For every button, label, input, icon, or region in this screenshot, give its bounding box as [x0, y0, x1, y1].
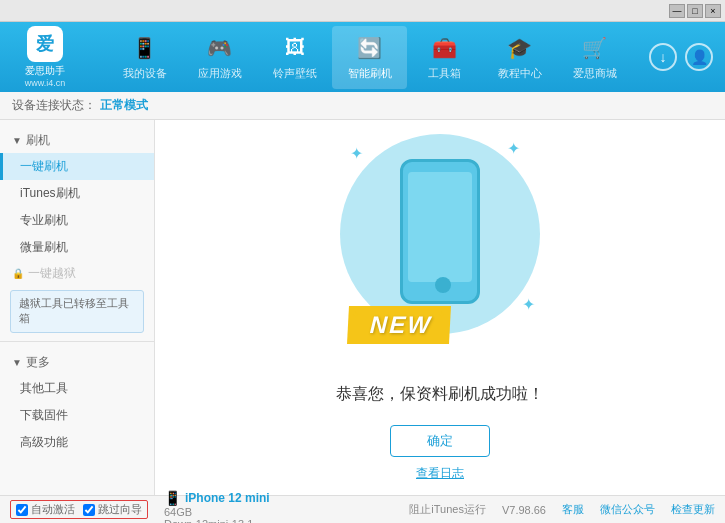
itunes-label: 阻止iTunes运行	[409, 502, 486, 517]
my-device-label: 我的设备	[123, 66, 167, 81]
sidebar-section-more: ▼ 更多 其他工具 下载固件 高级功能	[0, 341, 154, 456]
status-value: 正常模式	[100, 97, 148, 114]
auto-activate-checkbox[interactable]	[16, 504, 28, 516]
smart-flash-label: 智能刷机	[348, 66, 392, 81]
auto-activate-checkbox-area[interactable]: 自动激活	[16, 502, 75, 517]
more-arrow-icon: ▼	[12, 357, 22, 368]
tutorial-icon: 🎓	[506, 34, 534, 62]
skip-wizard-checkbox-area[interactable]: 跳过向导	[83, 502, 142, 517]
sidebar-item-pro-flash[interactable]: 专业刷机	[0, 207, 154, 234]
phone-button	[435, 277, 451, 293]
sidebar-section-jailbreak[interactable]: 🔒 一键越狱	[0, 261, 154, 286]
sidebar-item-other-tools[interactable]: 其他工具	[0, 375, 154, 402]
device-name: iPhone 12 mini	[185, 491, 270, 505]
sidebar-item-itunes-flash[interactable]: iTunes刷机	[0, 180, 154, 207]
skip-wizard-checkbox[interactable]	[83, 504, 95, 516]
shop-label: 爱思商城	[573, 66, 617, 81]
toolbox-icon: 🧰	[431, 34, 459, 62]
logo-text: 爱思助手	[25, 64, 65, 78]
sidebar-item-advanced[interactable]: 高级功能	[0, 429, 154, 456]
minimize-button[interactable]: —	[669, 4, 685, 18]
section-flash-label: 刷机	[26, 132, 50, 149]
bottom-right: 阻止iTunes运行 V7.98.66 客服 微信公众号 检查更新	[409, 502, 715, 517]
section-jailbreak-label: 一键越狱	[28, 265, 76, 282]
bottom-bar: 自动激活 跳过向导 📱 iPhone 12 mini 64GB Down-12m…	[0, 495, 725, 523]
nav-shop[interactable]: 🛒 爱思商城	[557, 26, 632, 89]
tutorial-label: 教程中心	[498, 66, 542, 81]
apps-games-icon: 🎮	[206, 34, 234, 62]
more-link[interactable]: 查看日志	[416, 465, 464, 482]
version-text: V7.98.66	[502, 504, 546, 516]
new-text: NEW	[347, 306, 451, 344]
logo-icon: 爱	[27, 26, 63, 62]
sidebar: ▼ 刷机 一键刷机 iTunes刷机 专业刷机 微量刷机 🔒 一键越狱 越狱工具…	[0, 120, 155, 495]
checkbox-group: 自动激活 跳过向导	[10, 500, 148, 519]
arrow-icon: ▼	[12, 135, 22, 146]
lock-icon: 🔒	[12, 268, 24, 279]
wechat-link[interactable]: 微信公众号	[600, 502, 655, 517]
more-section-title[interactable]: ▼ 更多	[0, 350, 154, 375]
confirm-button[interactable]: 确定	[390, 425, 490, 457]
logo-area: 爱 爱思助手 www.i4.cn	[0, 26, 90, 88]
nav-my-device[interactable]: 📱 我的设备	[107, 26, 182, 89]
skip-wizard-label: 跳过向导	[98, 502, 142, 517]
status-label: 设备连接状态：	[12, 97, 96, 114]
new-badge-area: NEW ✦ ✦	[348, 306, 450, 344]
main-content: ▼ 刷机 一键刷机 iTunes刷机 专业刷机 微量刷机 🔒 一键越狱 越狱工具…	[0, 120, 725, 495]
sidebar-item-micro-flash[interactable]: 微量刷机	[0, 234, 154, 261]
title-bar: — □ ×	[0, 0, 725, 22]
logo-url: www.i4.cn	[25, 78, 66, 88]
star-left: ✦	[352, 310, 360, 320]
device-icon: 📱	[164, 490, 181, 506]
sparkle-1: ✦	[350, 144, 363, 163]
apps-games-label: 应用游戏	[198, 66, 242, 81]
download-button[interactable]: ↓	[649, 43, 677, 71]
success-message: 恭喜您，保资料刷机成功啦！	[336, 384, 544, 405]
top-nav: 爱 爱思助手 www.i4.cn 📱 我的设备 🎮 应用游戏 🖼 铃声壁纸 🔄 …	[0, 22, 725, 92]
device-model: Down-12mini-13,1	[164, 518, 270, 524]
logo-char: 爱	[36, 32, 54, 56]
wallpaper-label: 铃声壁纸	[273, 66, 317, 81]
sparkle-3: ✦	[522, 295, 535, 314]
nav-apps-games[interactable]: 🎮 应用游戏	[182, 26, 257, 89]
shop-icon: 🛒	[581, 34, 609, 62]
device-info: 📱 iPhone 12 mini 64GB Down-12mini-13,1	[164, 490, 270, 524]
nav-wallpaper[interactable]: 🖼 铃声壁纸	[257, 26, 332, 89]
phone-screen	[408, 172, 472, 282]
customer-service-link[interactable]: 客服	[562, 502, 584, 517]
star-right: ✦	[438, 310, 446, 320]
close-button[interactable]: ×	[705, 4, 721, 18]
wallpaper-icon: 🖼	[281, 34, 309, 62]
auto-activate-label: 自动激活	[31, 502, 75, 517]
status-bar: 设备连接状态： 正常模式	[0, 92, 725, 120]
sparkle-2: ✦	[507, 139, 520, 158]
my-device-icon: 📱	[131, 34, 159, 62]
smart-flash-icon: 🔄	[356, 34, 384, 62]
nav-smart-flash[interactable]: 🔄 智能刷机	[332, 26, 407, 89]
more-label: 更多	[26, 354, 50, 371]
jailbreak-notice: 越狱工具已转移至工具箱	[10, 290, 144, 333]
account-button[interactable]: 👤	[685, 43, 713, 71]
nav-right: ↓ 👤	[649, 43, 725, 71]
phone-illustration: ✦ ✦ ✦ NEW ✦ ✦	[340, 134, 540, 364]
bottom-left: 自动激活 跳过向导 📱 iPhone 12 mini 64GB Down-12m…	[10, 490, 270, 524]
nav-tutorial[interactable]: 🎓 教程中心	[482, 26, 557, 89]
sidebar-item-download-firmware[interactable]: 下载固件	[0, 402, 154, 429]
nav-items: 📱 我的设备 🎮 应用游戏 🖼 铃声壁纸 🔄 智能刷机 🧰 工具箱 🎓 教程中心…	[90, 26, 649, 89]
check-update-link[interactable]: 检查更新	[671, 502, 715, 517]
maximize-button[interactable]: □	[687, 4, 703, 18]
content-area: ✦ ✦ ✦ NEW ✦ ✦ 恭喜您，保资料刷机成功啦！ 确定 查看日志	[155, 120, 725, 495]
sidebar-section-flash[interactable]: ▼ 刷机	[0, 128, 154, 153]
sidebar-item-onekey-flash[interactable]: 一键刷机	[0, 153, 154, 180]
phone-body	[400, 159, 480, 304]
nav-toolbox[interactable]: 🧰 工具箱	[407, 26, 482, 89]
toolbox-label: 工具箱	[428, 66, 461, 81]
device-storage: 64GB	[164, 506, 270, 518]
